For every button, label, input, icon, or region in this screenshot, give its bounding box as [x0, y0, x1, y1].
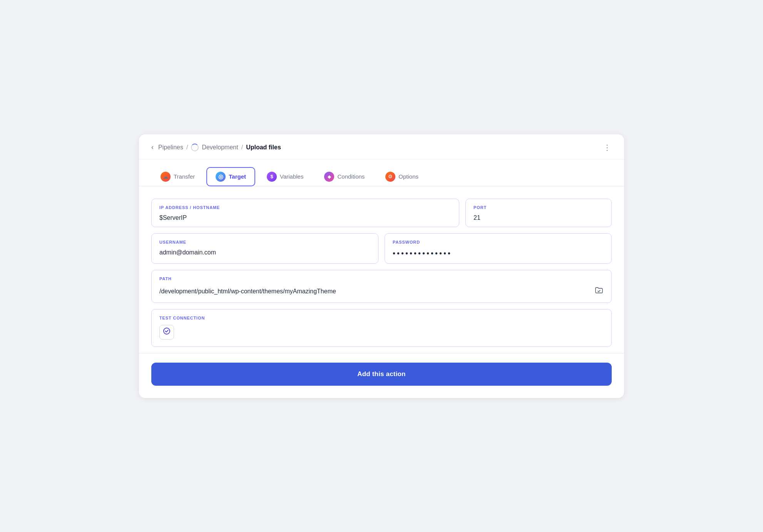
- add-action-button[interactable]: Add this action: [151, 363, 612, 386]
- breadcrumb-sep2: /: [241, 144, 243, 151]
- browse-folder-icon[interactable]: [594, 286, 604, 297]
- breadcrumb-pipelines[interactable]: Pipelines: [158, 144, 183, 151]
- test-label: TEST CONNECTION: [159, 316, 604, 320]
- breadcrumb-sep1: /: [186, 144, 188, 151]
- password-label: PASSWORD: [393, 240, 604, 244]
- tabs-section: ☁ Transfer ◎ Target $ Variables ◆ Condit…: [139, 159, 624, 186]
- divider: [139, 353, 624, 353]
- main-content: IP ADDRESS / HOSTNAME $ServerIP PORT 21 …: [139, 186, 624, 398]
- username-field[interactable]: USERNAME admin@domain.com: [151, 233, 378, 264]
- tab-target-label: Target: [229, 173, 246, 180]
- tab-conditions[interactable]: ◆ Conditions: [315, 167, 374, 186]
- path-label: PATH: [159, 276, 604, 281]
- port-label: PORT: [474, 205, 604, 210]
- username-value: admin@domain.com: [159, 249, 370, 256]
- options-icon: ⚙: [385, 172, 395, 182]
- main-card: ‹ Pipelines / Development / Upload files…: [139, 134, 624, 398]
- breadcrumb-current: Upload files: [246, 144, 281, 151]
- password-field[interactable]: PASSWORD ••••••••••••••: [385, 233, 612, 264]
- tab-transfer-label: Transfer: [174, 173, 195, 180]
- password-value: ••••••••••••••: [393, 249, 604, 258]
- ip-value: $ServerIP: [159, 214, 451, 221]
- breadcrumb: ‹ Pipelines / Development / Upload files: [151, 143, 281, 151]
- port-value: 21: [474, 214, 604, 221]
- ip-hostname-field[interactable]: IP ADDRESS / HOSTNAME $ServerIP: [151, 199, 459, 227]
- port-field[interactable]: PORT 21: [465, 199, 612, 227]
- test-connection-button[interactable]: [159, 325, 174, 340]
- transfer-icon: ☁: [161, 172, 171, 182]
- user-pass-row: USERNAME admin@domain.com PASSWORD •••••…: [151, 233, 612, 264]
- path-field[interactable]: PATH /development/public_html/wp-content…: [151, 270, 612, 303]
- test-connection-box: TEST CONNECTION: [151, 309, 612, 347]
- conditions-icon: ◆: [324, 172, 334, 182]
- tab-variables-label: Variables: [280, 173, 303, 180]
- tabs: ☁ Transfer ◎ Target $ Variables ◆ Condit…: [151, 167, 612, 186]
- more-menu-button[interactable]: ⋮: [603, 143, 612, 152]
- tab-variables[interactable]: $ Variables: [258, 167, 313, 186]
- ip-port-row: IP ADDRESS / HOSTNAME $ServerIP PORT 21: [151, 199, 612, 227]
- tab-transfer[interactable]: ☁ Transfer: [151, 167, 204, 186]
- tab-options-label: Options: [398, 173, 418, 180]
- tab-target[interactable]: ◎ Target: [206, 167, 255, 186]
- back-button[interactable]: ‹: [151, 143, 154, 151]
- loading-icon: [191, 144, 199, 151]
- target-icon: ◎: [216, 172, 226, 182]
- tab-conditions-label: Conditions: [337, 173, 365, 180]
- header: ‹ Pipelines / Development / Upload files…: [139, 134, 624, 159]
- svg-point-0: [164, 328, 170, 334]
- path-row: PATH /development/public_html/wp-content…: [151, 270, 612, 303]
- test-check-icon: [163, 327, 171, 337]
- breadcrumb-development[interactable]: Development: [202, 144, 238, 151]
- variables-icon: $: [267, 172, 277, 182]
- ip-label: IP ADDRESS / HOSTNAME: [159, 205, 451, 210]
- tab-options[interactable]: ⚙ Options: [376, 167, 428, 186]
- username-label: USERNAME: [159, 240, 370, 244]
- path-value: /development/public_html/wp-content/them…: [159, 288, 336, 295]
